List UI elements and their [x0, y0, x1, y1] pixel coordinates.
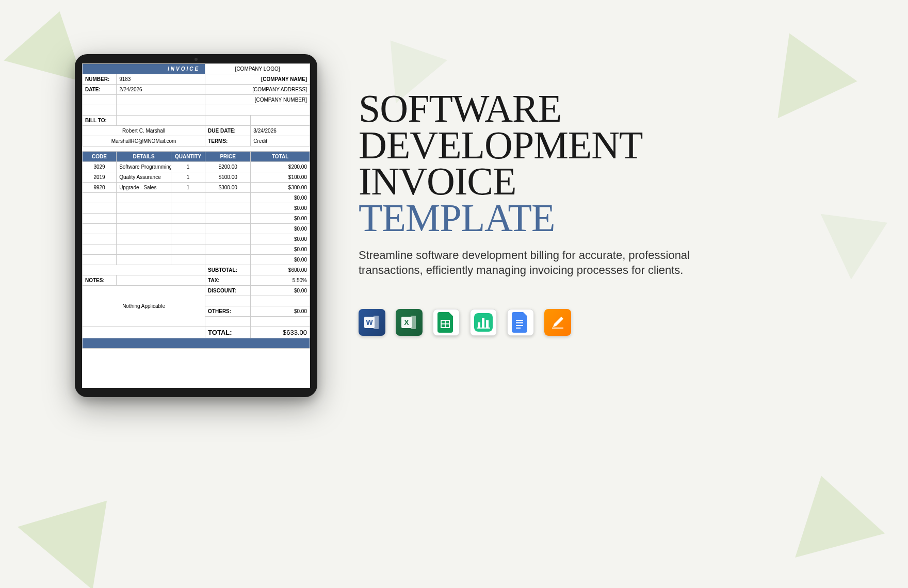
total-value: $633.00 [251, 327, 310, 338]
apple-numbers-icon[interactable] [470, 309, 497, 336]
notes-label: NOTES: [83, 275, 117, 286]
col-details: DETAILS [117, 152, 171, 162]
svg-text:W: W [366, 318, 373, 326]
svg-rect-10 [478, 322, 480, 328]
col-quantity: QUANTITY [171, 152, 205, 162]
word-icon[interactable]: W [359, 309, 385, 336]
company-logo-placeholder: [COMPANY LOGO] [205, 64, 310, 74]
invoice-header: INVOICE [83, 64, 205, 74]
tax-label: TAX: [205, 275, 251, 286]
footer-bar [83, 338, 310, 349]
format-icons: W X [359, 309, 709, 336]
tax-value: 5.50% [251, 275, 310, 286]
svg-text:X: X [404, 318, 409, 326]
number-value: 9183 [117, 74, 205, 85]
total-label: TOTAL: [205, 327, 251, 338]
subtotal-value: $600.00 [251, 265, 310, 275]
discount-value: $0.00 [251, 286, 310, 296]
notes-value: Nothing Applicable [83, 286, 205, 327]
col-price: PRICE [205, 152, 251, 162]
company-name-placeholder: [COMPANY NAME] [205, 74, 310, 85]
google-docs-icon[interactable] [507, 309, 534, 336]
description: Streamline software development billing … [359, 248, 709, 278]
terms-value: Credit [251, 136, 310, 146]
company-number-placeholder: [COMPANY NUMBER] [205, 95, 310, 105]
number-label: NUMBER: [83, 74, 117, 85]
subtotal-label: SUBTOTAL: [205, 265, 251, 275]
excel-icon[interactable]: X [396, 309, 423, 336]
google-sheets-icon[interactable] [433, 309, 460, 336]
title-line-4: TEMPLATE [359, 196, 555, 239]
discount-label: DISCOUNT: [205, 286, 251, 296]
svg-rect-12 [486, 320, 489, 328]
svg-rect-18 [552, 328, 563, 329]
due-date-label: DUE DATE: [205, 126, 251, 136]
col-code: CODE [83, 152, 117, 162]
bill-to-email: MarshallRC@MNOMail.com [83, 136, 205, 146]
page-title: SOFTWARE DEVELOPMENT INVOICE TEMPLATE [359, 90, 709, 236]
invoice-document: INVOICE [COMPANY LOGO] NUMBER: 9183 [COM… [82, 63, 310, 388]
others-value: $0.00 [251, 306, 310, 317]
date-value: 2/24/2026 [117, 85, 205, 95]
svg-rect-11 [482, 318, 484, 328]
apple-pages-icon[interactable] [544, 309, 571, 336]
tablet-mockup: INVOICE [COMPANY LOGO] NUMBER: 9183 [COM… [75, 54, 317, 397]
bill-to-label: BILL TO: [83, 116, 117, 126]
table-row: 9920 Upgrade - Sales 1 $300.00 $300.00 [83, 183, 310, 193]
svg-rect-2 [374, 316, 379, 329]
company-address-placeholder: [COMPANY ADDRESS] [205, 85, 310, 95]
bill-to-name: Robert C. Marshall [83, 126, 205, 136]
col-total: TOTAL [251, 152, 310, 162]
date-label: DATE: [83, 85, 117, 95]
others-label: OTHERS: [205, 306, 251, 317]
svg-rect-5 [411, 316, 416, 329]
terms-label: TERMS: [205, 136, 251, 146]
due-date-value: 3/24/2026 [251, 126, 310, 136]
table-row: 2019 Quality Assurance 1 $100.00 $100.00 [83, 172, 310, 183]
table-row: 3029 Software Programming 1 $200.00 $200… [83, 162, 310, 172]
